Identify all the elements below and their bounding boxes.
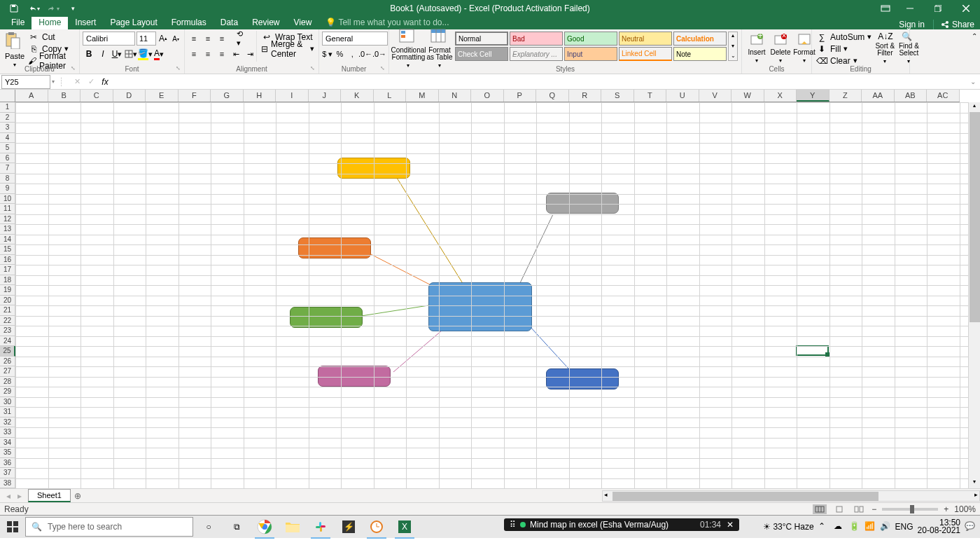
scroll-down-button[interactable]: ▾ [969, 478, 980, 488]
row-header-12[interactable]: 12 [0, 214, 15, 225]
sheet-nav-next[interactable]: ▸ [14, 491, 25, 501]
column-header-E[interactable]: E [146, 90, 178, 102]
restore-button[interactable] [924, 0, 952, 17]
column-header-V[interactable]: V [699, 90, 732, 102]
row-header-13[interactable]: 13 [0, 224, 15, 235]
onedrive-icon[interactable]: ☁ [834, 521, 845, 532]
page-break-view-button[interactable] [852, 504, 866, 514]
delete-cells-button[interactable]: ×Delete▾ [769, 31, 792, 65]
row-header-34[interactable]: 34 [0, 438, 15, 448]
tab-file[interactable]: File [4, 15, 31, 29]
row-header-22[interactable]: 22 [0, 316, 15, 326]
app-icon-1[interactable]: ⚡ [336, 516, 361, 539]
cancel-formula-button[interactable]: ✕ [71, 76, 83, 88]
vertical-scroll-thumb[interactable] [969, 112, 980, 322]
vertical-scrollbar[interactable]: ▴ ▾ [968, 102, 980, 488]
row-header-17[interactable]: 17 [0, 265, 15, 275]
row-header-8[interactable]: 8 [0, 174, 15, 184]
chrome-icon[interactable] [252, 516, 277, 539]
cut-button[interactable]: ✂Cut [27, 31, 76, 43]
sheet-tab-sheet1[interactable]: Sheet1 [28, 489, 71, 502]
column-header-A[interactable]: A [15, 90, 48, 102]
clipboard-dialog-launcher[interactable]: ⤡ [71, 65, 78, 72]
tab-data[interactable]: Data [214, 15, 245, 29]
fill-button[interactable]: ⬇Fill ▾ [815, 43, 873, 55]
style-input[interactable]: Input [564, 47, 617, 61]
tab-insert[interactable]: Insert [68, 15, 103, 29]
increase-font-button[interactable]: A▴ [158, 32, 169, 45]
font-name-select[interactable] [83, 32, 135, 46]
comma-button[interactable]: , [346, 48, 358, 60]
accounting-format-button[interactable]: $ ▾ [322, 48, 333, 60]
horizontal-scroll-thumb[interactable] [612, 492, 878, 501]
cortana-icon[interactable]: ○ [196, 516, 221, 539]
app-icon-2[interactable] [364, 516, 389, 539]
redo-icon[interactable]: ▾ [45, 1, 62, 15]
file-explorer-icon[interactable] [280, 516, 305, 539]
font-size-select[interactable] [136, 32, 156, 46]
undo-icon[interactable]: ▾ [25, 1, 42, 15]
tab-view[interactable]: View [287, 15, 319, 29]
row-header-10[interactable]: 10 [0, 194, 15, 205]
row-header-28[interactable]: 28 [0, 377, 15, 387]
row-header-31[interactable]: 31 [0, 407, 15, 418]
column-header-R[interactable]: R [569, 90, 602, 102]
column-header-F[interactable]: F [178, 90, 211, 102]
style-explanatory[interactable]: Explanatory ... [510, 47, 563, 61]
column-header-H[interactable]: H [244, 90, 276, 102]
style-gallery-more[interactable]: ▴▾⌄ [728, 32, 738, 61]
row-header-37[interactable]: 37 [0, 468, 15, 478]
row-header-4[interactable]: 4 [0, 133, 15, 144]
column-header-M[interactable]: M [406, 90, 439, 102]
row-header-18[interactable]: 18 [0, 275, 15, 286]
row-header-1[interactable]: 1 [0, 102, 15, 113]
orientation-button[interactable]: ⟲ ▾ [237, 32, 249, 45]
column-header-Z[interactable]: Z [830, 90, 862, 102]
number-format-select[interactable] [322, 32, 388, 46]
column-header-AC[interactable]: AC [927, 90, 960, 102]
bold-button[interactable]: B [83, 48, 95, 60]
row-header-11[interactable]: 11 [0, 204, 15, 214]
row-header-14[interactable]: 14 [0, 235, 15, 245]
share-button[interactable]: Share [933, 20, 974, 29]
find-select-button[interactable]: 🔍Find & Select▾ [897, 31, 920, 65]
increase-decimal-button[interactable]: .0← [359, 48, 372, 60]
save-icon[interactable] [6, 1, 22, 15]
scroll-up-button[interactable]: ▴ [969, 102, 980, 112]
customize-qat-icon[interactable]: ▾ [64, 1, 81, 15]
excel-taskbar-icon[interactable]: X [392, 516, 417, 539]
row-header-32[interactable]: 32 [0, 418, 15, 428]
notification-close-button[interactable]: ✕ [727, 520, 734, 530]
row-header-3[interactable]: 3 [0, 123, 15, 133]
row-header-36[interactable]: 36 [0, 458, 15, 469]
tab-review[interactable]: Review [245, 15, 286, 29]
tab-page-layout[interactable]: Page Layout [103, 15, 164, 29]
zoom-out-button[interactable]: − [872, 504, 876, 514]
shape-grey[interactable] [546, 193, 619, 214]
align-right-button[interactable]: ≡ [216, 48, 228, 60]
row-header-9[interactable]: 9 [0, 184, 15, 194]
style-linked-cell[interactable]: Linked Cell [619, 47, 672, 61]
align-left-button[interactable]: ≡ [188, 48, 200, 60]
column-header-G[interactable]: G [211, 90, 244, 102]
wifi-icon[interactable]: 📶 [864, 521, 876, 532]
font-dialog-launcher[interactable]: ⤡ [176, 65, 183, 72]
enter-formula-button[interactable]: ✓ [85, 76, 97, 88]
task-view-icon[interactable]: ⧉ [224, 516, 249, 539]
align-middle-button[interactable]: ≡ [202, 32, 214, 45]
name-box[interactable] [1, 75, 50, 89]
zoom-in-button[interactable]: + [944, 504, 948, 514]
percent-button[interactable]: % [335, 48, 346, 60]
start-button[interactable] [0, 516, 25, 539]
ribbon-display-icon[interactable] [875, 0, 896, 17]
column-header-AA[interactable]: AA [862, 90, 895, 102]
row-header-30[interactable]: 30 [0, 397, 15, 408]
paste-button[interactable]: Paste ▾ [3, 31, 27, 69]
shape-green[interactable] [290, 307, 363, 328]
row-header-20[interactable]: 20 [0, 296, 15, 306]
formula-input[interactable] [115, 75, 966, 89]
style-good[interactable]: Good [564, 32, 617, 46]
normal-view-button[interactable] [813, 504, 827, 514]
column-header-D[interactable]: D [113, 90, 146, 102]
select-all-corner[interactable] [0, 90, 15, 102]
